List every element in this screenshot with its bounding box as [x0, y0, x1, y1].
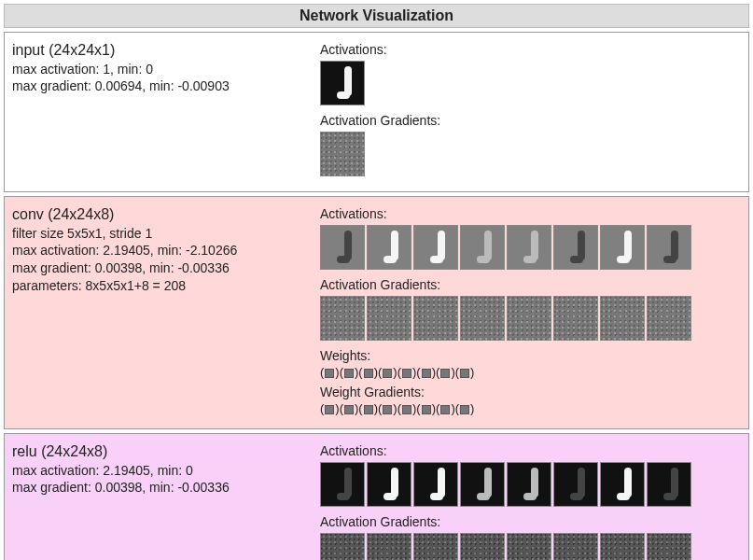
weight-chip[interactable]	[325, 369, 334, 378]
layer-relu: relu (24x24x8) max activation: 2.19405, …	[4, 433, 749, 560]
weight-chip[interactable]	[402, 369, 411, 378]
activation-thumb[interactable]	[320, 61, 365, 105]
weight-chip[interactable]	[440, 369, 450, 378]
layer-conv-params: parameters: 8x5x5x1+8 = 208	[12, 277, 311, 295]
activation-thumb[interactable]	[507, 462, 551, 507]
activation-thumb[interactable]	[600, 462, 645, 507]
layer-conv-filter: filter size 5x5x1, stride 1	[12, 225, 311, 243]
layer-input: input (24x24x1) max activation: 1, min: …	[4, 32, 749, 192]
layer-relu-title: relu (24x24x8)	[12, 441, 311, 462]
weight-gradients-label: Weight Gradients:	[320, 385, 741, 399]
gradient-thumb[interactable]	[647, 533, 691, 560]
relu-activations-row	[320, 462, 741, 507]
activation-thumb[interactable]	[413, 225, 458, 270]
layer-relu-activation-range: max activation: 2.19405, min: 0	[12, 462, 311, 480]
conv-activations-row	[320, 225, 741, 270]
gradient-thumb[interactable]	[600, 296, 645, 341]
conv-gradients-row	[320, 296, 741, 341]
layer-input-viz: Activations: Activation Gradients:	[320, 40, 741, 184]
relu-gradients-row	[320, 533, 741, 560]
gradient-thumb[interactable]	[413, 533, 458, 560]
gradient-thumb[interactable]	[320, 296, 365, 341]
gradient-thumb[interactable]	[367, 296, 411, 341]
activations-label: Activations:	[320, 206, 741, 221]
layer-conv-gradient-range: max gradient: 0.00398, min: -0.00336	[12, 259, 311, 277]
layer-conv-activation-range: max activation: 2.19405, min: -2.10266	[12, 242, 311, 259]
gradient-thumb[interactable]	[460, 296, 505, 341]
layer-input-info: input (24x24x1) max activation: 1, min: …	[12, 40, 311, 184]
layer-conv-title: conv (24x24x8)	[12, 204, 311, 225]
input-activations-row	[320, 61, 741, 105]
weight-chip[interactable]	[383, 369, 392, 378]
weight-grad-chip[interactable]	[325, 405, 334, 414]
layer-conv: conv (24x24x8) filter size 5x5x1, stride…	[4, 196, 749, 429]
layer-relu-gradient-range: max gradient: 0.00398, min: -0.00336	[12, 479, 311, 497]
activation-thumb[interactable]	[647, 225, 691, 270]
activation-thumb[interactable]	[507, 225, 551, 270]
activation-thumb[interactable]	[460, 462, 505, 507]
activation-thumb[interactable]	[320, 225, 365, 270]
layer-relu-viz: Activations: Activation Gradients:	[320, 441, 741, 560]
activation-thumb[interactable]	[553, 462, 598, 507]
gradient-thumb[interactable]	[507, 533, 551, 560]
layer-conv-viz: Activations: Activation Gradients: Weigh…	[320, 204, 741, 421]
gradient-thumb[interactable]	[460, 533, 505, 560]
activation-thumb[interactable]	[367, 225, 411, 270]
weight-grad-chip[interactable]	[344, 405, 354, 414]
layer-input-gradient-range: max gradient: 0.00694, min: -0.00903	[12, 77, 311, 95]
activation-thumb[interactable]	[460, 225, 505, 270]
weight-grad-chip[interactable]	[364, 405, 373, 414]
weight-chip[interactable]	[460, 369, 469, 378]
conv-weight-grads-row: ()()()()()()()()	[320, 401, 741, 415]
gradient-thumb[interactable]	[553, 296, 598, 341]
activation-gradients-label: Activation Gradients:	[320, 277, 741, 292]
layer-conv-info: conv (24x24x8) filter size 5x5x1, stride…	[12, 204, 311, 421]
activation-thumb[interactable]	[600, 225, 645, 270]
weights-label: Weights:	[320, 348, 741, 363]
gradient-thumb[interactable]	[600, 533, 645, 560]
activations-label: Activations:	[320, 42, 741, 57]
layer-input-title: input (24x24x1)	[12, 40, 311, 61]
activation-thumb[interactable]	[320, 462, 365, 507]
gradient-thumb[interactable]	[553, 533, 598, 560]
gradient-thumb[interactable]	[413, 296, 458, 341]
activation-thumb[interactable]	[553, 225, 598, 270]
weight-grad-chip[interactable]	[460, 405, 469, 414]
layer-input-activation-range: max activation: 1, min: 0	[12, 61, 311, 78]
gradient-thumb[interactable]	[320, 132, 365, 176]
activations-label: Activations:	[320, 443, 741, 458]
weight-grad-chip[interactable]	[383, 405, 392, 414]
conv-weights-row: ()()()()()()()()	[320, 365, 741, 379]
gradient-thumb[interactable]	[647, 296, 691, 341]
activation-thumb[interactable]	[413, 462, 458, 507]
activation-thumb[interactable]	[647, 462, 691, 507]
gradient-thumb[interactable]	[507, 296, 551, 341]
weight-chip[interactable]	[422, 369, 431, 378]
weight-grad-chip[interactable]	[422, 405, 431, 414]
activation-thumb[interactable]	[367, 462, 411, 507]
gradient-thumb[interactable]	[367, 533, 411, 560]
input-gradients-row	[320, 132, 741, 176]
activation-gradients-label: Activation Gradients:	[320, 514, 741, 529]
gradient-thumb[interactable]	[320, 533, 365, 560]
activation-gradients-label: Activation Gradients:	[320, 113, 741, 128]
weight-grad-chip[interactable]	[440, 405, 450, 414]
weight-chip[interactable]	[364, 369, 373, 378]
layer-relu-info: relu (24x24x8) max activation: 2.19405, …	[12, 441, 311, 560]
page-title: Network Visualization	[4, 4, 749, 28]
weight-grad-chip[interactable]	[402, 405, 411, 414]
weight-chip[interactable]	[344, 369, 354, 378]
